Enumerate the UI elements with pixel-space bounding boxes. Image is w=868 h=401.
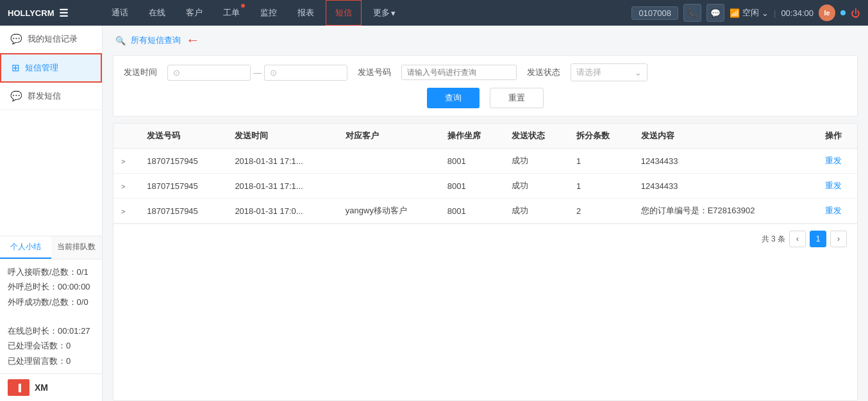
send-number-input[interactable] bbox=[401, 65, 517, 80]
filter-row-1: 发送时间 ⊙ — ⊙ 发送号码 发送状态 请选择 ⌄ bbox=[124, 63, 847, 81]
action-cell: 重发 bbox=[805, 199, 857, 224]
pagination: 共 3 条 ‹ 1 › bbox=[113, 224, 857, 254]
operator-cell: 8001 bbox=[440, 149, 505, 174]
status-text[interactable]: 空闲 bbox=[742, 7, 759, 19]
sidebar-bottom: 个人小结 当前排队数 呼入接听数/总数：0/1 外呼总时长：00:00:00 外… bbox=[0, 236, 102, 401]
count-cell: 2 bbox=[569, 199, 633, 224]
status-cell: 成功 bbox=[504, 174, 569, 199]
date-start-input[interactable]: ⊙ bbox=[167, 65, 251, 81]
filter-bar: 发送时间 ⊙ — ⊙ 发送号码 发送状态 请选择 ⌄ bbox=[113, 55, 858, 117]
content-area: 🔍 所有短信查询 ← 发送时间 ⊙ — ⊙ 发送号码 发送状态 bbox=[103, 26, 868, 401]
page-1-btn[interactable]: 1 bbox=[810, 231, 826, 247]
nav-item-report[interactable]: 报表 bbox=[288, 0, 323, 26]
col-count: 拆分条数 bbox=[569, 124, 633, 149]
tab-queue-count[interactable]: 当前排队数 bbox=[51, 236, 103, 259]
stat-outbound-duration: 外呼总时长：00:00:00 bbox=[8, 279, 94, 294]
chevron-down-icon-select: ⌄ bbox=[635, 68, 642, 78]
send-number-cell: 18707157945 bbox=[139, 149, 227, 174]
stat-outbound-success: 外呼成功数/总数：0/0 bbox=[8, 295, 94, 309]
customer-cell bbox=[338, 174, 440, 199]
summary-content: 呼入接听数/总数：0/1 外呼总时长：00:00:00 外呼成功数/总数：0/0… bbox=[0, 259, 102, 373]
action-cell: 重发 bbox=[805, 174, 857, 199]
content-cell: 您的订单编号是：E728163902 bbox=[633, 199, 805, 224]
hamburger-icon[interactable]: ☰ bbox=[59, 7, 68, 19]
select-placeholder: 请选择 bbox=[576, 67, 601, 78]
resend-link[interactable]: 重发 bbox=[825, 206, 842, 215]
col-customer: 对应客户 bbox=[338, 124, 440, 149]
prev-page-btn[interactable]: ‹ bbox=[789, 231, 806, 247]
send-time-cell: 2018-01-31 17:0... bbox=[227, 199, 337, 224]
separator: | bbox=[774, 8, 776, 18]
bulk-sms-icon: 💬 bbox=[10, 90, 22, 102]
clock-icon-start: ⊙ bbox=[173, 68, 180, 78]
expand-icon[interactable]: > bbox=[121, 158, 125, 165]
chevron-down-icon-status[interactable]: ⌄ bbox=[762, 8, 769, 18]
tab-personal-summary[interactable]: 个人小结 bbox=[0, 236, 51, 259]
summary-tabs: 个人小结 当前排队数 bbox=[0, 236, 102, 259]
action-cell: 重发 bbox=[805, 149, 857, 174]
expand-cell[interactable]: > bbox=[113, 199, 139, 224]
filter-actions: 查询 重置 bbox=[124, 88, 847, 108]
col-status: 发送状态 bbox=[504, 124, 569, 149]
customer-cell bbox=[338, 149, 440, 174]
online-status-dot bbox=[840, 10, 846, 15]
total-count: 共 3 条 bbox=[762, 234, 785, 245]
stat-inbound: 呼入接听数/总数：0/1 bbox=[8, 265, 94, 279]
nav-item-more[interactable]: 更多▾ bbox=[364, 0, 405, 26]
nav-right: 0107008 📞 💬 📶 空闲 ⌄ | 00:34:00 Ie ⏻ bbox=[624, 4, 868, 22]
search-icon: 🔍 bbox=[115, 36, 126, 45]
expand-cell[interactable]: > bbox=[113, 149, 139, 174]
content-cell: 12434433 bbox=[633, 174, 805, 199]
sidebar: 💬 我的短信记录 ⊞ 短信管理 💬 群发短信 个人小结 当前排队数 呼入接听数/… bbox=[0, 26, 103, 401]
status-cell: 成功 bbox=[504, 199, 569, 224]
logo-text: HOLLYCRM bbox=[8, 8, 54, 18]
table-row: > 18707157945 2018-01-31 17:0... yangwy移… bbox=[113, 199, 857, 224]
sidebar-item-bulk-sms[interactable]: 💬 群发短信 bbox=[0, 83, 102, 110]
query-button[interactable]: 查询 bbox=[427, 88, 480, 108]
reset-button[interactable]: 重置 bbox=[490, 88, 544, 108]
app-logo: HOLLYCRM ☰ bbox=[0, 7, 103, 19]
avatar[interactable]: Ie bbox=[819, 4, 835, 21]
stat-online-duration: 在线总时长：00:01:27 bbox=[8, 323, 94, 338]
red-arrow-indicator: ← bbox=[186, 32, 200, 49]
table-row: > 18707157945 2018-01-31 17:1... 8001 成功… bbox=[113, 149, 857, 174]
summary-footer: ▐ XM bbox=[0, 373, 102, 401]
table-row: > 18707157945 2018-01-31 17:1... 8001 成功… bbox=[113, 174, 857, 199]
sidebar-item-label: 短信管理 bbox=[25, 62, 58, 74]
nav-item-call[interactable]: 通话 bbox=[103, 0, 137, 26]
nav-item-sms[interactable]: 短信 bbox=[326, 0, 362, 26]
nav-item-monitor[interactable]: 监控 bbox=[251, 0, 286, 26]
breadcrumb-text: 所有短信查询 bbox=[131, 35, 181, 46]
expand-icon[interactable]: > bbox=[121, 208, 125, 215]
main-area: 💬 我的短信记录 ⊞ 短信管理 💬 群发短信 个人小结 当前排队数 呼入接听数/… bbox=[0, 26, 868, 401]
sidebar-item-my-sms[interactable]: 💬 我的短信记录 bbox=[0, 26, 102, 53]
date-end-input[interactable]: ⊙ bbox=[264, 65, 347, 81]
col-send-number: 发送号码 bbox=[139, 124, 227, 149]
nav-item-online[interactable]: 在线 bbox=[140, 0, 174, 26]
expand-icon[interactable]: > bbox=[121, 183, 125, 190]
sms-table: 发送号码 发送时间 对应客户 操作坐席 发送状态 拆分条数 发送内容 操作 > … bbox=[113, 124, 857, 224]
sidebar-item-label: 群发短信 bbox=[28, 90, 61, 102]
wifi-status: 📶 空闲 ⌄ bbox=[730, 7, 769, 19]
send-number-cell: 18707157945 bbox=[139, 199, 227, 224]
phone-number-box[interactable]: 0107008 bbox=[631, 6, 678, 20]
top-navigation: HOLLYCRM ☰ 通话 在线 客户 工单 监控 报表 短信 更多▾ 0107… bbox=[0, 0, 868, 26]
send-status-select[interactable]: 请选择 ⌄ bbox=[571, 63, 647, 81]
sidebar-item-label: 我的短信记录 bbox=[28, 33, 78, 45]
nav-item-customer[interactable]: 客户 bbox=[177, 0, 212, 26]
customer-cell: yangwy移动客户 bbox=[338, 199, 440, 224]
chat-icon-btn[interactable]: 💬 bbox=[706, 4, 724, 22]
resend-link[interactable]: 重发 bbox=[825, 156, 842, 165]
count-cell: 1 bbox=[569, 149, 633, 174]
send-number-label: 发送号码 bbox=[358, 67, 391, 78]
sidebar-item-sms-manage[interactable]: ⊞ 短信管理 bbox=[0, 53, 102, 83]
phone-icon-btn[interactable]: 📞 bbox=[683, 4, 701, 22]
power-icon[interactable]: ⏻ bbox=[851, 8, 860, 19]
resend-link[interactable]: 重发 bbox=[825, 181, 842, 190]
nav-item-workorder[interactable]: 工单 bbox=[214, 0, 249, 26]
next-page-btn[interactable]: › bbox=[830, 231, 847, 247]
expand-cell[interactable]: > bbox=[113, 174, 139, 199]
footer-xm-text: XM bbox=[35, 382, 48, 393]
sms-table-container: 发送号码 发送时间 对应客户 操作坐席 发送状态 拆分条数 发送内容 操作 > … bbox=[113, 123, 858, 401]
time-display: 00:34:00 bbox=[781, 8, 814, 18]
